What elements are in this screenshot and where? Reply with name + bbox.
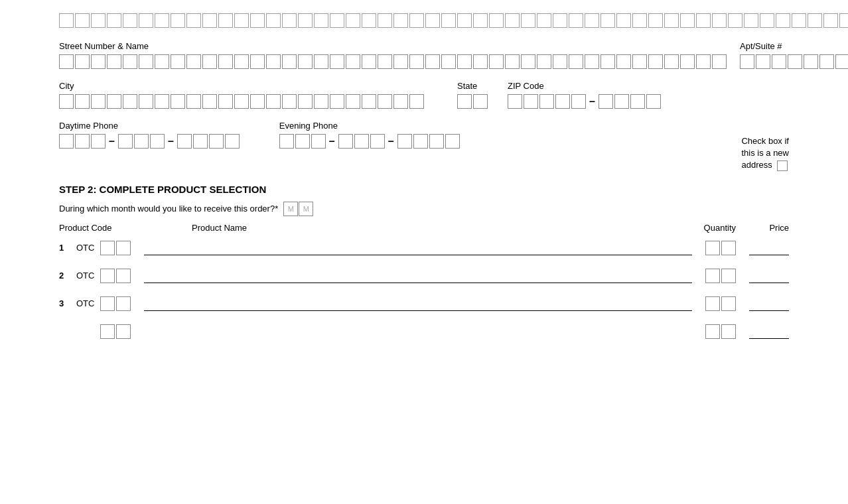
- state-box-1[interactable]: [473, 94, 488, 109]
- city-box-1[interactable]: [75, 94, 90, 109]
- top-box-37[interactable]: [648, 13, 663, 28]
- street-box-37[interactable]: [648, 54, 663, 69]
- street-box-2[interactable]: [91, 54, 106, 69]
- top-box-18[interactable]: [346, 13, 360, 28]
- evening-phone-boxes[interactable]: – –: [279, 134, 460, 149]
- street-box-10[interactable]: [218, 54, 233, 69]
- zip-ext-box-3[interactable]: [646, 94, 661, 109]
- qty-box-4b[interactable]: [721, 324, 736, 339]
- top-box-13[interactable]: [266, 13, 281, 28]
- state-box-0[interactable]: [457, 94, 472, 109]
- top-box-28[interactable]: [505, 13, 520, 28]
- city-box-22[interactable]: [409, 94, 424, 109]
- top-box-17[interactable]: [330, 13, 344, 28]
- top-box-27[interactable]: [489, 13, 504, 28]
- zip-ext-box-2[interactable]: [630, 94, 645, 109]
- street-box-9[interactable]: [202, 54, 217, 69]
- dt-area-box-2[interactable]: [91, 134, 106, 149]
- top-box-30[interactable]: [537, 13, 551, 28]
- city-box-8[interactable]: [186, 94, 201, 109]
- city-box-4[interactable]: [123, 94, 137, 109]
- top-box-8[interactable]: [186, 13, 201, 28]
- product-code-boxes-4[interactable]: [100, 324, 131, 339]
- qty-box-3b[interactable]: [721, 296, 736, 311]
- top-box-48[interactable]: [823, 13, 838, 28]
- top-box-5[interactable]: [139, 13, 153, 28]
- qty-box-2b[interactable]: [721, 269, 736, 283]
- code-box-1a[interactable]: [100, 241, 115, 255]
- top-box-41[interactable]: [712, 13, 727, 28]
- top-box-42[interactable]: [728, 13, 742, 28]
- street-box-33[interactable]: [585, 54, 599, 69]
- top-box-34[interactable]: [601, 13, 615, 28]
- top-box-49[interactable]: [839, 13, 848, 28]
- qty-boxes-3[interactable]: [705, 296, 736, 311]
- top-box-46[interactable]: [792, 13, 806, 28]
- street-box-5[interactable]: [139, 54, 153, 69]
- dt-line-box-3[interactable]: [225, 134, 240, 149]
- qty-box-3a[interactable]: [705, 296, 720, 311]
- dt-area-box-0[interactable]: [59, 134, 74, 149]
- city-box-2[interactable]: [91, 94, 106, 109]
- top-box-38[interactable]: [664, 13, 679, 28]
- street-box-12[interactable]: [250, 54, 265, 69]
- ev-area-box-2[interactable]: [311, 134, 326, 149]
- city-box-21[interactable]: [393, 94, 408, 109]
- zip-main-box-4[interactable]: [571, 94, 586, 109]
- street-box-40[interactable]: [696, 54, 711, 69]
- top-box-20[interactable]: [378, 13, 392, 28]
- qty-box-1a[interactable]: [705, 241, 720, 255]
- top-box-0[interactable]: [59, 13, 74, 28]
- top-box-19[interactable]: [362, 13, 376, 28]
- code-box-2b[interactable]: [116, 269, 131, 283]
- street-box-19[interactable]: [362, 54, 376, 69]
- product-code-boxes-2[interactable]: [100, 269, 131, 283]
- street-box-3[interactable]: [107, 54, 121, 69]
- street-box-1[interactable]: [75, 54, 90, 69]
- code-box-4b[interactable]: [116, 324, 131, 339]
- qty-box-2a[interactable]: [705, 269, 720, 283]
- new-address-checkbox[interactable]: [777, 160, 788, 171]
- city-boxes[interactable]: [59, 94, 424, 109]
- zip-main-boxes[interactable]: [508, 94, 586, 109]
- apt-box-0[interactable]: [740, 54, 754, 69]
- top-box-40[interactable]: [696, 13, 711, 28]
- product-code-boxes-1[interactable]: [100, 241, 131, 255]
- apt-boxes[interactable]: [740, 54, 848, 69]
- top-box-9[interactable]: [202, 13, 217, 28]
- street-box-13[interactable]: [266, 54, 281, 69]
- city-box-12[interactable]: [250, 94, 265, 109]
- street-box-34[interactable]: [601, 54, 615, 69]
- top-box-7[interactable]: [171, 13, 185, 28]
- qty-box-4a[interactable]: [705, 324, 720, 339]
- top-box-26[interactable]: [473, 13, 488, 28]
- apt-box-4[interactable]: [804, 54, 818, 69]
- top-box-45[interactable]: [776, 13, 790, 28]
- street-box-7[interactable]: [171, 54, 185, 69]
- zip-main-box-0[interactable]: [508, 94, 522, 109]
- ev-line-box-1[interactable]: [413, 134, 428, 149]
- zip-main-box-3[interactable]: [555, 94, 570, 109]
- code-box-1b[interactable]: [116, 241, 131, 255]
- street-box-6[interactable]: [155, 54, 169, 69]
- dt-line-box-0[interactable]: [177, 134, 192, 149]
- street-box-30[interactable]: [537, 54, 551, 69]
- street-box-11[interactable]: [234, 54, 249, 69]
- qty-box-1b[interactable]: [721, 241, 736, 255]
- code-box-3b[interactable]: [116, 296, 131, 311]
- dt-line-box-1[interactable]: [193, 134, 208, 149]
- top-box-36[interactable]: [632, 13, 647, 28]
- daytime-phone-boxes[interactable]: – –: [59, 134, 240, 149]
- street-box-29[interactable]: [521, 54, 535, 69]
- top-box-25[interactable]: [457, 13, 472, 28]
- street-box-22[interactable]: [409, 54, 424, 69]
- city-box-9[interactable]: [202, 94, 217, 109]
- top-box-31[interactable]: [553, 13, 567, 28]
- top-box-23[interactable]: [425, 13, 440, 28]
- street-box-8[interactable]: [186, 54, 201, 69]
- city-box-11[interactable]: [234, 94, 249, 109]
- ev-prefix-box-2[interactable]: [370, 134, 385, 149]
- street-box-38[interactable]: [664, 54, 679, 69]
- product-name-line-1[interactable]: [144, 241, 692, 255]
- city-box-19[interactable]: [362, 94, 376, 109]
